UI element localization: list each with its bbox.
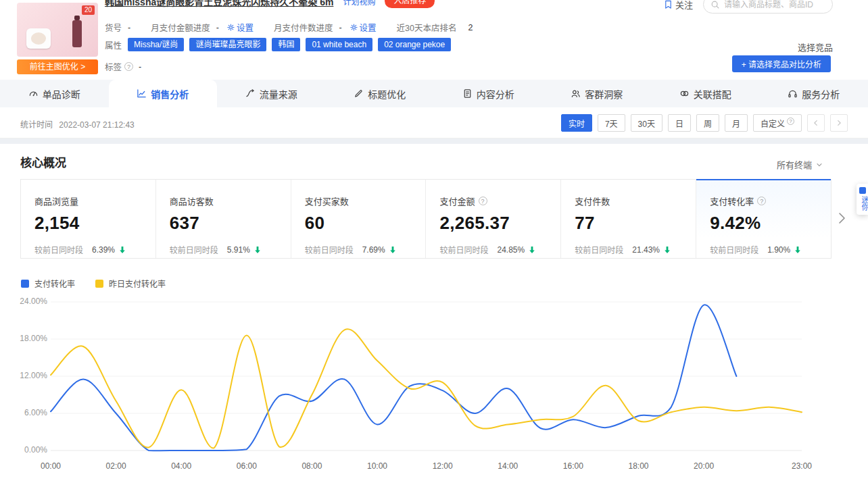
headset-icon: [788, 88, 798, 99]
settings-label: 设置: [360, 21, 377, 34]
floating-side-widget[interactable]: 迷你: [857, 184, 868, 215]
product-photo-cushion: [26, 28, 51, 49]
tab-title-optimize[interactable]: 标题优化: [326, 80, 435, 107]
range-realtime-button[interactable]: 实时: [561, 114, 592, 132]
chevron-right-icon: [836, 211, 847, 225]
custom-info-icon: ?: [787, 118, 794, 125]
down-arrow-icon: [794, 246, 801, 254]
legend-item-today[interactable]: 支付转化率: [21, 278, 75, 289]
tab-content-analysis[interactable]: 内容分析: [434, 80, 543, 107]
section-title: 核心概况: [20, 153, 66, 170]
core-overview-section: 核心概况 所有终端 商品浏览量 2,154 较前日同时段 6.39% 商品: [0, 144, 868, 489]
product-title-link[interactable]: 韩国missha谜尚眼影青土豆泥珠光闪烁持久不晕染 6m: [105, 0, 333, 8]
date-range-group: 实时 7天 30天 日 周 月 自定义 ?: [561, 114, 848, 132]
down-arrow-icon: [664, 246, 671, 254]
x-axis-tick-label: 12:00: [423, 461, 463, 471]
tab-traffic-source[interactable]: 流量来源: [217, 80, 326, 107]
y-axis-tick-label: 6.00%: [0, 408, 47, 417]
attr-tag-shade-2[interactable]: 02 orange pekoe: [378, 38, 451, 51]
follow-button[interactable]: 关注: [664, 0, 693, 11]
shop-rank-label: 近30天本店排名: [397, 21, 457, 34]
range-custom-button[interactable]: 自定义 ?: [753, 114, 802, 132]
x-axis-tick-label: 23:00: [781, 461, 822, 471]
y-axis-tick-label: 0.00%: [0, 445, 47, 455]
range-30d-button[interactable]: 30天: [631, 114, 662, 132]
tab-label: 关联搭配: [694, 87, 731, 101]
product-image[interactable]: 20: [17, 3, 98, 57]
tab-audience-insight[interactable]: 客群洞察: [543, 80, 652, 107]
card-change: 较前日同时段 6.39%: [34, 244, 155, 255]
amount-progress-label: 月支付金额进度: [151, 21, 210, 34]
tab-service-analysis[interactable]: 服务分析: [760, 80, 868, 107]
tab-label: 单品诊断: [43, 87, 80, 101]
product-info-row: 货号 - 月支付金额进度 - 设置 月支付件数进度 -: [105, 21, 493, 34]
info-icon[interactable]: ?: [479, 197, 487, 205]
card-product-views[interactable]: 商品浏览量 2,154 较前日同时段 6.39%: [21, 179, 156, 258]
card-pay-buyers[interactable]: 支付买家数 60 较前日同时段 7.69%: [291, 179, 427, 258]
x-axis-tick-label: 04:00: [161, 461, 201, 471]
chevron-left-icon: [812, 119, 820, 127]
card-change: 较前日同时段 24.85%: [439, 244, 560, 255]
tab-sales-analysis[interactable]: 销售分析: [109, 80, 218, 107]
count-progress-label: 月支付件数进度: [274, 21, 333, 34]
stat-time-label: 统计时间: [20, 120, 53, 130]
competitor-compare-button[interactable]: + 请选择竞品对比分析: [732, 55, 831, 72]
kpi-cards: 商品浏览量 2,154 较前日同时段 6.39% 商品访客数 637 较前日同时…: [20, 179, 831, 259]
attr-tag-shade-1[interactable]: 01 white beach: [306, 38, 372, 51]
title-row: 韩国missha谜尚眼影青土豆泥珠光闪烁持久不晕染 6m 计划视购 入店推荐: [105, 0, 435, 8]
card-label: 商品访客数: [170, 195, 291, 207]
legend-swatch-today: [21, 280, 29, 288]
range-day-button[interactable]: 日: [668, 114, 691, 132]
tags-label: 标签: [105, 60, 122, 73]
pager-next-button[interactable]: [830, 114, 848, 132]
store-recommend-badge[interactable]: 入店推荐: [385, 0, 435, 8]
link-rings-icon: [679, 88, 690, 99]
range-7d-button[interactable]: 7天: [598, 114, 625, 132]
terminal-filter-dropdown[interactable]: 所有终端: [777, 158, 823, 171]
amount-progress-settings-link[interactable]: 设置: [227, 21, 254, 34]
tab-label: 标题优化: [368, 87, 406, 101]
x-axis-tick-label: 18:00: [618, 461, 658, 471]
tab-related-match[interactable]: 关联搭配: [651, 80, 760, 107]
card-pay-items[interactable]: 支付件数 77 较前日同时段 21.43%: [561, 179, 696, 258]
card-change: 较前日同时段 7.69%: [305, 244, 426, 255]
attrs-label: 属性: [105, 38, 122, 51]
tags-info-icon[interactable]: ?: [124, 62, 133, 71]
card-label: 支付件数: [575, 195, 696, 207]
card-product-visitors[interactable]: 商品访客数 637 较前日同时段 5.91%: [156, 179, 291, 258]
card-value: 2,265.37: [439, 213, 560, 234]
cards-next-button[interactable]: [834, 209, 849, 228]
info-icon[interactable]: ?: [757, 197, 766, 205]
conversion-trend-chart: 支付转化率 昨日支付转化率 0.00%6.00%12.00%18.00%24.0…: [0, 267, 868, 489]
count-progress-settings-link[interactable]: 设置: [350, 21, 377, 34]
plan-video-link[interactable]: 计划视购: [343, 0, 375, 7]
search-input[interactable]: [724, 0, 832, 9]
product-image-badge: 20: [82, 5, 95, 15]
main-pic-optimize-button[interactable]: 前往主图优化 >: [17, 59, 98, 74]
product-search-box[interactable]: [703, 0, 833, 14]
card-change: 较前日同时段 1.90%: [710, 244, 831, 255]
chart-legend: 支付转化率 昨日支付转化率: [21, 278, 166, 289]
y-axis-tick-label: 18.00%: [0, 334, 47, 343]
attr-tag-series[interactable]: 谜尚璀璨晶亮眼影: [189, 38, 266, 51]
count-progress-field: 月支付件数进度 - 设置: [274, 21, 377, 34]
tags-value: -: [139, 62, 141, 72]
card-pay-amount[interactable]: 支付金额 ? 2,265.37 较前日同时段 24.85%: [426, 179, 561, 258]
attr-tag-origin[interactable]: 韩国: [272, 38, 300, 51]
range-week-button[interactable]: 周: [696, 114, 719, 132]
legend-swatch-yesterday: [95, 280, 103, 288]
tab-product-diagnosis[interactable]: 单品诊断: [0, 80, 109, 107]
people-icon: [571, 88, 581, 99]
down-arrow-icon: [119, 246, 126, 254]
settings-label: 设置: [237, 21, 254, 34]
range-month-button[interactable]: 月: [725, 114, 748, 132]
card-pay-conversion[interactable]: 支付转化率 ? 9.42% 较前日同时段 1.90%: [696, 179, 831, 258]
pager-prev-button[interactable]: [807, 114, 825, 132]
card-value: 9.42%: [710, 213, 831, 234]
legend-item-yesterday[interactable]: 昨日支付转化率: [95, 278, 166, 289]
widget-label: 迷你: [859, 196, 868, 211]
select-competitor-link[interactable]: 选择竞品: [798, 41, 833, 53]
attr-tag-brand[interactable]: Missha/谜尚: [128, 38, 184, 51]
line-chart: [0, 267, 868, 489]
x-axis-tick-label: 20:00: [683, 461, 724, 471]
